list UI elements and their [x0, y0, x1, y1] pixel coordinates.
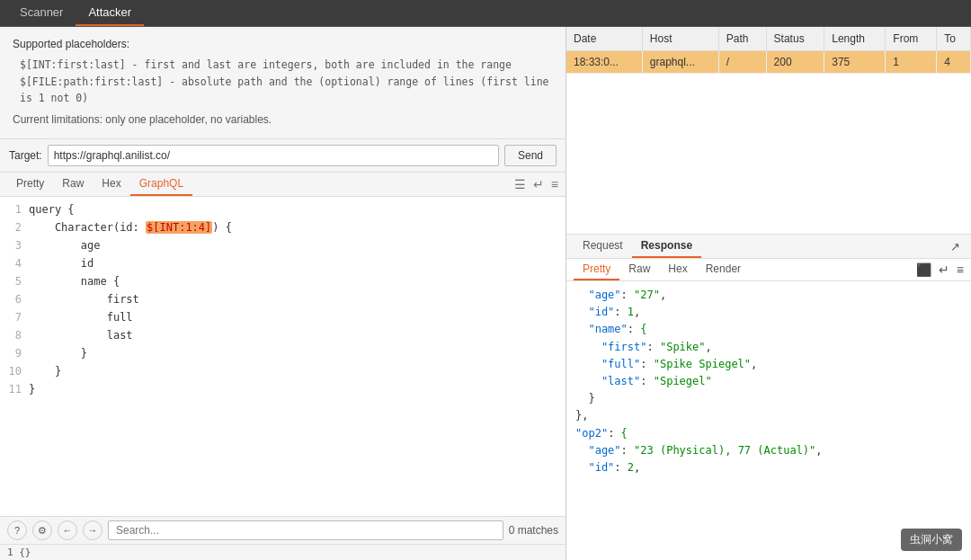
json-line: "full": "Spike Spiegel", — [575, 356, 962, 373]
history-header-row: Date Host Path Status Length From To — [566, 27, 971, 51]
table-row[interactable]: 18:33:0...graphql.../20037514 — [566, 51, 971, 74]
target-label: Target: — [9, 149, 42, 162]
top-tab-bar: Scanner Attacker — [0, 0, 971, 27]
tab-response[interactable]: Response — [632, 235, 701, 258]
copy-icon[interactable]: ⬛ — [916, 262, 931, 277]
code-line-6: 6 first — [0, 290, 566, 308]
placeholder-item1: $[INT:first:last] - first and last are i… — [20, 57, 553, 73]
forward-button[interactable]: → — [83, 520, 102, 540]
main-layout: Supported placeholders: $[INT:first:last… — [0, 27, 971, 560]
sub-tab-pretty[interactable]: Pretty — [574, 259, 619, 280]
target-input[interactable] — [48, 145, 499, 166]
json-line: } — [575, 390, 962, 407]
code-line-8: 8 last — [0, 326, 566, 344]
response-panel: Request Response ↗ Pretty Raw Hex Render… — [566, 234, 971, 560]
json-line: "age": "27", — [575, 287, 962, 304]
cell-length: 375 — [824, 51, 886, 74]
menu2-icon[interactable]: ≡ — [957, 262, 964, 277]
tab-raw[interactable]: Raw — [53, 173, 93, 196]
search-input[interactable] — [108, 520, 503, 540]
code-line-5: 5 name { — [0, 272, 566, 290]
tab-attacker[interactable]: Attacker — [76, 0, 144, 26]
json-line: "op2": { — [575, 425, 962, 442]
history-table: Date Host Path Status Length From To 18:… — [566, 27, 971, 74]
cell-to: 4 — [937, 51, 971, 74]
help-button[interactable]: ? — [7, 520, 27, 540]
col-date: Date — [566, 27, 642, 51]
col-length: Length — [824, 27, 886, 51]
code-line-2: 2 Character(id: $[INT:1:4]) { — [0, 218, 566, 236]
json-line: "last": "Spiegel" — [575, 373, 962, 390]
cell-status: 200 — [766, 51, 824, 74]
json-line: "id": 1, — [575, 304, 962, 321]
back-button[interactable]: ← — [58, 520, 77, 540]
code-line-1: 1 query { — [0, 200, 566, 218]
sub-tab-raw[interactable]: Raw — [619, 259, 659, 280]
tab-pretty[interactable]: Pretty — [7, 173, 53, 196]
cell-from: 1 — [886, 51, 937, 74]
placeholder-item2: $[FILE:path:first:last] - absolute path … — [20, 74, 553, 107]
col-path: Path — [718, 27, 766, 51]
code-line-11: 11 } — [0, 380, 566, 398]
code-line-10: 10 } — [0, 362, 566, 380]
response-sub-tabs: Pretty Raw Hex Render ⬛ ↵ ≡ — [566, 259, 971, 281]
history-body: 18:33:0...graphql.../20037514 — [566, 51, 971, 74]
json-line: }, — [575, 407, 962, 424]
tab-hex[interactable]: Hex — [93, 173, 129, 196]
settings-button[interactable]: ⚙ — [32, 520, 52, 540]
menu-icon[interactable]: ≡ — [551, 177, 558, 191]
json-line: "id": 2, — [575, 459, 962, 476]
response-body: "age": "27", "id": 1, "name": { "first":… — [566, 281, 971, 560]
tab-request[interactable]: Request — [574, 235, 632, 258]
tab-scanner[interactable]: Scanner — [7, 0, 76, 26]
tab-graphql[interactable]: GraphQL — [130, 173, 192, 196]
code-line-7: 7 full — [0, 308, 566, 326]
history-area: Date Host Path Status Length From To 18:… — [566, 27, 971, 234]
tab-icons: ☰ ↵ ≡ — [514, 177, 558, 191]
placeholder-token: $[INT:1:4] — [146, 221, 212, 234]
col-host: Host — [642, 27, 718, 51]
col-from: From — [886, 27, 937, 51]
cell-host: graphql... — [642, 51, 718, 74]
target-row: Target: Send — [0, 138, 566, 173]
json-line: "age": "23 (Physical), 77 (Actual)", — [575, 442, 962, 459]
sub-tab-hex[interactable]: Hex — [659, 259, 696, 280]
list-icon[interactable]: ☰ — [514, 177, 526, 191]
status-line: 1 {} — [0, 544, 566, 560]
placeholder-info: Supported placeholders: $[INT:first:last… — [0, 27, 566, 138]
placeholder-note: Current limitations: only one placeholde… — [13, 111, 553, 129]
cursor-indicator: ↗ — [950, 240, 964, 253]
cell-path: / — [718, 51, 766, 74]
newline-icon[interactable]: ↵ — [533, 177, 544, 191]
col-to: To — [937, 27, 971, 51]
left-panel: Supported placeholders: $[INT:first:last… — [0, 27, 566, 560]
code-editor[interactable]: 1 query { 2 Character(id: $[INT:1:4]) { … — [0, 197, 566, 516]
send-button[interactable]: Send — [504, 145, 557, 166]
sub-tab-render[interactable]: Render — [697, 259, 750, 280]
cell-date: 18:33:0... — [566, 51, 642, 74]
code-line-9: 9 } — [0, 344, 566, 362]
right-panel: Date Host Path Status Length From To 18:… — [566, 27, 971, 560]
bottom-bar: ? ⚙ ← → 0 matches — [0, 516, 566, 544]
sub-tab-icons: ⬛ ↵ ≡ — [916, 262, 964, 277]
placeholder-title: Supported placeholders: — [13, 36, 553, 53]
matches-label: 0 matches — [509, 524, 558, 537]
response-main-tabs: Request Response ↗ — [566, 235, 971, 259]
code-line-4: 4 id — [0, 254, 566, 272]
code-line-3: 3 age — [0, 236, 566, 254]
json-line: "name": { — [575, 321, 962, 338]
wrap-icon[interactable]: ↵ — [939, 262, 949, 277]
response-lines: "age": "27", "id": 1, "name": { "first":… — [575, 287, 962, 476]
col-status: Status — [766, 27, 824, 51]
json-line: "first": "Spike", — [575, 339, 962, 356]
request-tabs: Pretty Raw Hex GraphQL ☰ ↵ ≡ — [0, 173, 566, 197]
